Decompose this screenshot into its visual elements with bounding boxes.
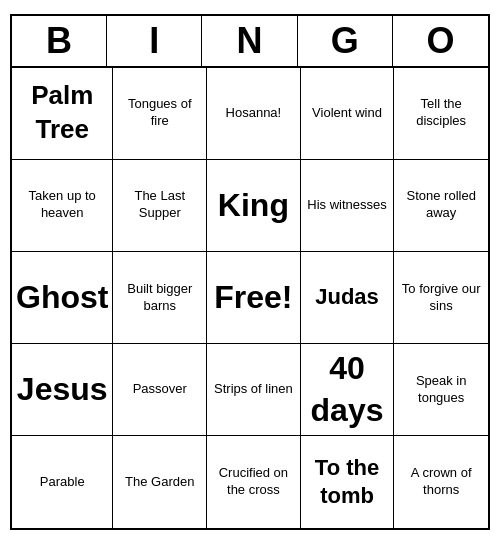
cell-text: Passover [133,381,187,398]
header-letter-b: B [12,16,107,66]
cell-text: Parable [40,474,85,491]
bingo-cell-1[interactable]: Tongues of fire [113,68,207,160]
cell-text: Hosanna! [226,105,282,122]
bingo-cell-12[interactable]: Free! [207,252,301,344]
bingo-cell-11[interactable]: Built bigger barns [113,252,207,344]
cell-text: Jesus [17,369,108,411]
bingo-cell-20[interactable]: Parable [12,436,113,528]
cell-text: Palm Tree [16,79,108,147]
bingo-header: BINGO [12,16,488,68]
cell-text: Built bigger barns [117,281,202,315]
bingo-cell-10[interactable]: Ghost [12,252,113,344]
cell-text: A crown of thorns [398,465,484,499]
cell-text: To the tomb [305,454,390,511]
bingo-cell-5[interactable]: Taken up to heaven [12,160,113,252]
bingo-cell-23[interactable]: To the tomb [301,436,395,528]
cell-text: Judas [315,283,379,312]
cell-text: His witnesses [307,197,386,214]
bingo-cell-14[interactable]: To forgive our sins [394,252,488,344]
cell-text: Crucified on the cross [211,465,296,499]
cell-text: Violent wind [312,105,382,122]
bingo-cell-17[interactable]: Strips of linen [207,344,301,436]
bingo-cell-8[interactable]: His witnesses [301,160,395,252]
cell-text: 40 days [305,348,390,431]
bingo-cell-6[interactable]: The Last Supper [113,160,207,252]
bingo-cell-3[interactable]: Violent wind [301,68,395,160]
cell-text: Speak in tongues [398,373,484,407]
cell-text: Ghost [16,277,108,319]
header-letter-o: O [393,16,488,66]
bingo-cell-9[interactable]: Stone rolled away [394,160,488,252]
cell-text: Strips of linen [214,381,293,398]
bingo-cell-16[interactable]: Passover [113,344,207,436]
cell-text: Tell the disciples [398,96,484,130]
cell-text: Tongues of fire [117,96,202,130]
header-letter-g: G [298,16,393,66]
bingo-cell-0[interactable]: Palm Tree [12,68,113,160]
bingo-cell-19[interactable]: Speak in tongues [394,344,488,436]
cell-text: Stone rolled away [398,188,484,222]
cell-text: King [218,185,289,227]
bingo-cell-2[interactable]: Hosanna! [207,68,301,160]
cell-text: To forgive our sins [398,281,484,315]
bingo-card: BINGO Palm TreeTongues of fireHosanna!Vi… [10,14,490,531]
bingo-cell-4[interactable]: Tell the disciples [394,68,488,160]
header-letter-n: N [202,16,297,66]
bingo-cell-24[interactable]: A crown of thorns [394,436,488,528]
cell-text: The Last Supper [117,188,202,222]
cell-text: Taken up to heaven [16,188,108,222]
bingo-cell-13[interactable]: Judas [301,252,395,344]
header-letter-i: I [107,16,202,66]
bingo-grid: Palm TreeTongues of fireHosanna!Violent … [12,68,488,529]
bingo-cell-15[interactable]: Jesus [12,344,113,436]
cell-text: Free! [214,277,292,319]
bingo-cell-21[interactable]: The Garden [113,436,207,528]
bingo-cell-7[interactable]: King [207,160,301,252]
bingo-cell-22[interactable]: Crucified on the cross [207,436,301,528]
cell-text: The Garden [125,474,194,491]
bingo-cell-18[interactable]: 40 days [301,344,395,436]
